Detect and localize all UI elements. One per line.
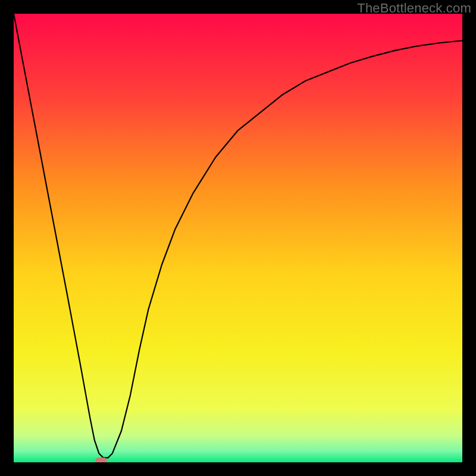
watermark-text: TheBottleneck.com bbox=[357, 1, 471, 16]
chart-frame: TheBottleneck.com bbox=[0, 0, 476, 476]
bottleneck-chart bbox=[14, 14, 462, 462]
